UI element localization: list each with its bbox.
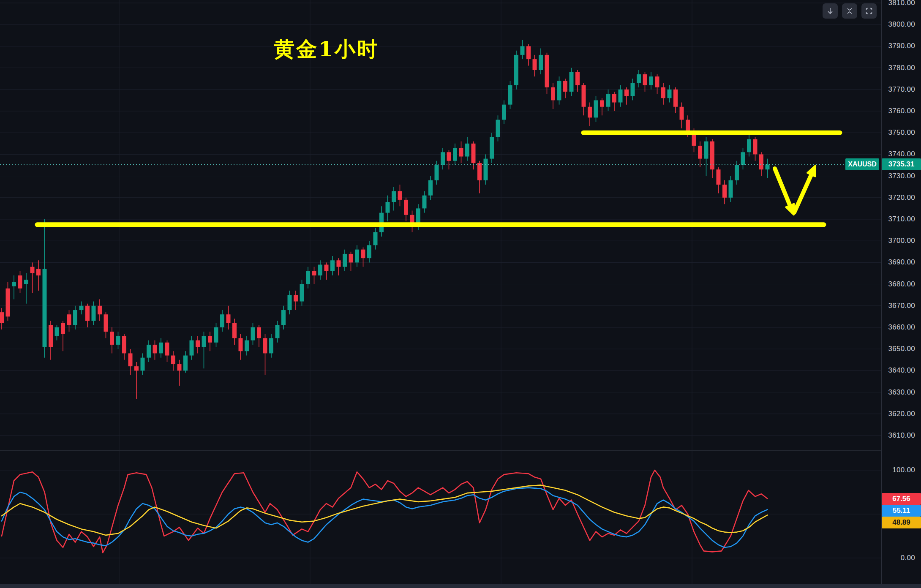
candle-body (722, 185, 727, 198)
candle-body (404, 200, 408, 215)
forecast-arrow-up-head (807, 166, 815, 177)
candle-body (214, 327, 218, 343)
candle-body (367, 245, 371, 258)
candle-body (208, 336, 212, 342)
candle-body (67, 314, 71, 325)
candle-body (392, 191, 396, 202)
candle-body (741, 152, 745, 165)
candle-body (698, 146, 702, 159)
candle-body (98, 306, 102, 314)
candle-body (361, 250, 365, 258)
candle-body (422, 196, 427, 209)
candle-body (759, 154, 763, 169)
candle-body (373, 232, 378, 245)
current-price-badge: 3735.31 (882, 158, 921, 170)
candle-body (30, 267, 35, 273)
candle-body (612, 94, 616, 102)
candle-body (6, 289, 10, 317)
candle-body (147, 345, 151, 358)
candle-body (159, 343, 163, 354)
scroll-to-recent-button[interactable] (823, 3, 838, 19)
candle-body (428, 180, 433, 196)
candle-body (12, 282, 16, 286)
candle-body (766, 164, 770, 169)
candle-body (465, 144, 469, 157)
candle-body (153, 345, 157, 353)
forecast-arrow-up (794, 175, 811, 212)
candle-body (134, 366, 139, 370)
oscillator-line-mid (2, 488, 768, 547)
candle-body (73, 310, 77, 325)
price-tick-label: 3620.00 (888, 410, 915, 418)
candle-body (673, 90, 678, 107)
candle-body (502, 105, 506, 120)
candle-body (575, 72, 580, 85)
axis-border (881, 0, 882, 584)
candle-body (624, 90, 629, 96)
candle-body (0, 312, 4, 323)
candle-body (619, 90, 623, 103)
candle-body (226, 314, 231, 323)
candle-body (545, 55, 549, 87)
candle-body (79, 306, 84, 310)
price-tick-label: 3660.00 (888, 323, 915, 332)
candle-body (141, 358, 145, 371)
price-tick-label: 3680.00 (888, 280, 915, 289)
candle-body (43, 269, 47, 347)
candle-body (92, 306, 96, 321)
candle-body (220, 314, 224, 327)
price-tick-label: 3740.00 (888, 150, 915, 158)
candle-body (269, 338, 273, 354)
candle-body (49, 325, 53, 347)
candle-body (471, 144, 476, 163)
maximize-pane-button[interactable] (861, 3, 877, 19)
candle-body (349, 254, 353, 262)
candle-body (606, 94, 610, 107)
price-tick-label: 3790.00 (888, 42, 915, 50)
price-tick-label: 3630.00 (888, 388, 915, 397)
candle-body (557, 81, 561, 100)
candle-body (459, 148, 463, 156)
oscillator-mid-value-badge: 55.11 (882, 505, 921, 517)
symbol-price-flag: XAUUSD (845, 158, 879, 170)
candle-body (165, 343, 169, 356)
candle-body (435, 165, 439, 180)
candle-body (453, 148, 457, 161)
candle-body (484, 159, 488, 180)
candle-body (588, 107, 592, 118)
candle-body (496, 120, 500, 137)
candle-body (441, 152, 445, 165)
candle-body (245, 340, 249, 351)
oscillator-tick-label: 100.00 (892, 466, 915, 474)
chart-toolbar (823, 3, 877, 19)
chart-canvas[interactable] (0, 0, 921, 588)
candle-body (294, 295, 298, 301)
candle-body (312, 271, 316, 275)
panel-separator[interactable] (0, 450, 881, 451)
candle-body (306, 271, 310, 284)
candle-body (680, 107, 684, 120)
candle-body (122, 336, 126, 353)
price-tick-label: 3720.00 (888, 193, 915, 202)
candle-body (183, 356, 188, 371)
candle-body (324, 265, 329, 271)
tradingview-chart-window: 黄金1小时 XAUUSD 3735.31 67.56 (0, 0, 921, 588)
candle-body (551, 87, 555, 101)
candle-body (710, 142, 714, 170)
candle-body (275, 325, 280, 338)
candle-body (85, 306, 90, 321)
candle-body (104, 314, 108, 332)
candle-body (128, 353, 133, 366)
candle-body (582, 85, 586, 107)
collapse-pane-button[interactable] (842, 3, 857, 19)
candle-body (177, 364, 182, 370)
candle-body (735, 165, 739, 180)
candle-body (386, 202, 390, 213)
candle-body (300, 284, 304, 302)
candle-body (202, 336, 206, 347)
price-tick-label: 3670.00 (888, 302, 915, 310)
price-tick-label: 3710.00 (888, 215, 915, 223)
time-axis-strip[interactable] (0, 584, 921, 588)
candle-body (337, 260, 341, 267)
candle-body (330, 260, 335, 271)
